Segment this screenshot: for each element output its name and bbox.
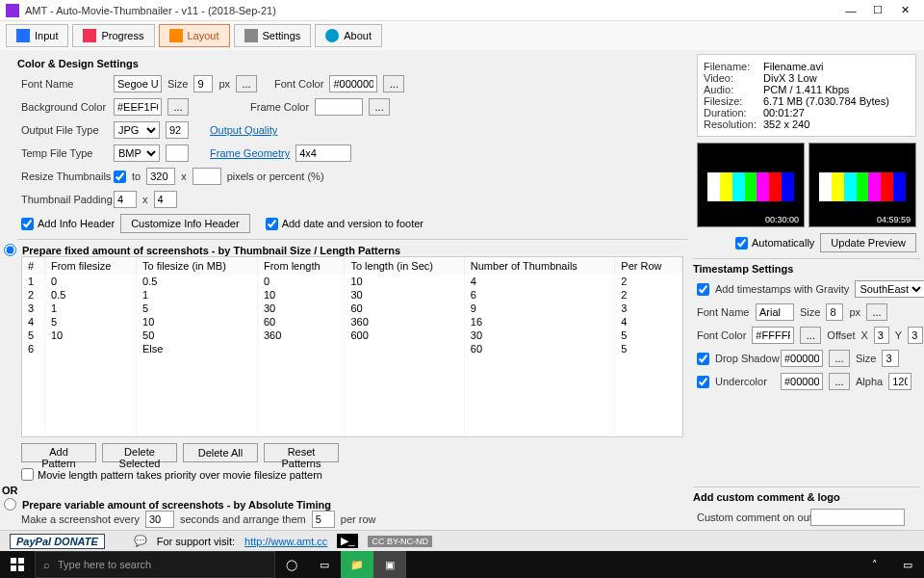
table-row[interactable]: 451060360164 <box>22 315 682 328</box>
shadow-color-picker[interactable]: ... <box>829 350 850 367</box>
frame-color-input[interactable] <box>315 98 363 116</box>
output-quality-link[interactable]: Output Quality <box>210 124 277 136</box>
output-type-select[interactable]: JPG <box>114 121 160 139</box>
tab-about[interactable]: About <box>315 24 382 47</box>
fixed-radio[interactable] <box>4 244 16 256</box>
support-link[interactable]: http://www.amt.cc <box>244 536 327 547</box>
cc-license-icon: CC BY-NC-ND <box>368 536 432 547</box>
font-size-input[interactable] <box>193 75 213 92</box>
add-pattern-button[interactable]: Add Pattern <box>21 443 96 462</box>
app-taskbar-icon[interactable]: ▣ <box>373 551 406 578</box>
grid-header[interactable]: Per Row <box>615 257 682 275</box>
resize-checkbox[interactable] <box>114 171 126 183</box>
length-priority-checkbox[interactable] <box>21 468 34 481</box>
update-preview-button[interactable]: Update Preview <box>820 233 916 252</box>
auto-preview-checkbox[interactable] <box>735 237 748 250</box>
undercolor-picker[interactable]: ... <box>829 373 850 390</box>
explorer-icon[interactable]: 📁 <box>341 551 373 578</box>
close-button[interactable]: ✕ <box>891 0 918 21</box>
customize-header-button[interactable]: Customize Info Header <box>120 214 250 233</box>
font-name-input[interactable] <box>114 75 162 92</box>
dropshadow-checkbox[interactable] <box>697 353 709 365</box>
add-date-checkbox[interactable] <box>266 218 278 230</box>
frame-color-picker[interactable]: ... <box>369 98 390 116</box>
ts-font-input[interactable] <box>756 303 794 321</box>
table-row[interactable]: 315306093 <box>22 302 682 315</box>
grid-header[interactable]: To filesize (in MB) <box>137 257 258 275</box>
cortana-icon[interactable]: ◯ <box>275 551 308 578</box>
ts-color-picker[interactable]: ... <box>800 327 821 344</box>
preview-thumb-2: 04:59:59 <box>808 143 916 227</box>
pad-h-input[interactable] <box>154 191 177 208</box>
frame-geometry-link[interactable]: Frame Geometry <box>210 147 290 159</box>
minimize-button[interactable]: — <box>837 0 864 21</box>
maximize-button[interactable]: ☐ <box>864 0 891 21</box>
table-row[interactable]: 100.501042 <box>22 275 682 288</box>
resize-height-input[interactable] <box>192 168 221 185</box>
table-row[interactable]: 20.51103062 <box>22 288 682 302</box>
taskview-icon[interactable]: ▭ <box>308 551 341 578</box>
notification-icon[interactable]: ▭ <box>891 551 924 578</box>
delete-selected-button[interactable]: Delete Selected <box>102 443 177 462</box>
start-button[interactable] <box>0 551 35 578</box>
taskbar-search[interactable]: ⌕Type here to search <box>35 551 275 578</box>
font-color-picker[interactable]: ... <box>383 75 404 92</box>
variable-radio[interactable] <box>4 498 16 511</box>
font-color-input[interactable] <box>329 75 377 92</box>
pattern-grid[interactable]: #From filesizeTo filesize (in MB)From le… <box>21 256 683 437</box>
tab-settings[interactable]: Settings <box>234 24 312 47</box>
tab-layout[interactable]: Layout <box>159 24 230 47</box>
grid-header[interactable]: # <box>22 257 44 275</box>
or-label: OR <box>2 485 683 496</box>
preview-thumb-1: 00:30:00 <box>697 143 805 227</box>
titlebar: AMT - Auto-Movie-Thumbnailer - v11 - (20… <box>0 0 924 21</box>
grid-header[interactable]: Number of Thumbnails <box>464 257 615 275</box>
alpha-input[interactable] <box>888 373 911 390</box>
shadow-size-input[interactable] <box>882 350 899 367</box>
custom-comment-input[interactable] <box>810 509 905 526</box>
resize-width-input[interactable] <box>146 168 175 185</box>
taskbar: ⌕Type here to search ◯ ▭ 📁 ▣ ˄ ▭ <box>0 551 924 578</box>
console-icon[interactable]: ▶_ <box>337 534 358 548</box>
temp-quality-input[interactable] <box>166 144 189 162</box>
bgcolor-picker[interactable]: ... <box>167 98 189 116</box>
temp-type-select[interactable]: BMP <box>114 144 160 162</box>
bgcolor-input[interactable] <box>114 98 162 116</box>
design-title: Color & Design Settings <box>17 58 683 69</box>
grid-header[interactable]: To length (in Sec) <box>345 257 464 275</box>
offset-x-input[interactable] <box>874 327 889 344</box>
ts-font-picker[interactable]: ... <box>866 303 887 321</box>
frame-geometry-input[interactable] <box>295 144 351 162</box>
table-row[interactable]: 51050360600305 <box>22 328 682 342</box>
tab-progress[interactable]: Progress <box>72 24 154 47</box>
file-info-panel: Filename:Filename.aviVideo:DivX 3 LowAud… <box>697 54 916 137</box>
svg-rect-2 <box>11 565 16 571</box>
shadow-color-input[interactable] <box>781 350 823 367</box>
tab-input[interactable]: Input <box>6 24 68 47</box>
output-quality-input[interactable] <box>166 121 189 139</box>
pad-w-input[interactable] <box>114 191 137 208</box>
grid-header[interactable]: From length <box>257 257 344 275</box>
info-header-checkbox[interactable] <box>21 218 34 230</box>
status-bar: PayPal DONATE 💬 For support visit: http:… <box>0 530 924 551</box>
ts-size-input[interactable] <box>826 303 843 321</box>
ts-color-input[interactable] <box>752 327 794 344</box>
timestamp-title: Timestamp Settings <box>693 263 916 275</box>
per-row-input[interactable] <box>312 511 335 528</box>
offset-y-input[interactable] <box>908 327 923 344</box>
app-icon <box>6 4 19 17</box>
font-picker-button[interactable]: ... <box>236 75 257 92</box>
delete-all-button[interactable]: Delete All <box>183 443 258 462</box>
variable-title: Prepare variable amount of screenshots -… <box>22 499 331 511</box>
undercolor-input[interactable] <box>781 373 823 390</box>
tray-up-icon[interactable]: ˄ <box>859 551 891 578</box>
grid-header[interactable]: From filesize <box>44 257 136 275</box>
undercolor-checkbox[interactable] <box>697 376 709 388</box>
paypal-donate-icon[interactable]: PayPal DONATE <box>10 534 105 549</box>
svg-rect-3 <box>18 565 24 571</box>
every-seconds-input[interactable] <box>145 511 174 528</box>
table-row[interactable]: 6Else605 <box>22 342 682 355</box>
timestamps-checkbox[interactable] <box>697 283 709 296</box>
reset-patterns-button[interactable]: Reset Patterns <box>264 443 339 462</box>
gravity-select[interactable]: SouthEast <box>855 280 924 298</box>
